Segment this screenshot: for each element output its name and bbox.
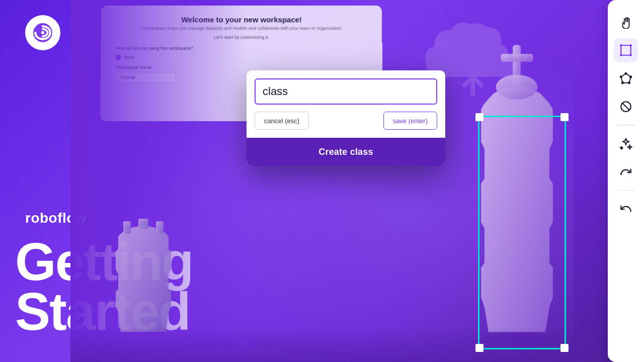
svg-point-1: [41, 31, 44, 34]
class-dialog: cancel (esc) save (enter) Create class: [247, 70, 445, 166]
logo: [25, 15, 60, 50]
chess-rook: [111, 191, 176, 332]
svg-point-10: [620, 44, 622, 46]
svg-rect-2: [123, 221, 131, 234]
svg-point-13: [630, 54, 632, 56]
svg-point-12: [620, 54, 622, 56]
hand-tool-button[interactable]: [614, 10, 638, 34]
chess-king: [475, 30, 558, 347]
svg-marker-14: [621, 73, 631, 82]
svg-point-11: [630, 44, 632, 46]
toolbar-divider-2: [617, 190, 635, 191]
smart-tool-button[interactable]: [614, 132, 638, 156]
svg-rect-4: [156, 221, 164, 234]
redo-tool-button[interactable]: [614, 160, 638, 184]
svg-point-18: [622, 82, 623, 83]
svg-point-16: [630, 76, 631, 77]
svg-rect-7: [501, 54, 533, 62]
save-button[interactable]: save (enter): [383, 112, 437, 130]
create-class-button[interactable]: Create class: [247, 138, 445, 166]
null-tool-button[interactable]: [614, 95, 638, 119]
class-name-input[interactable]: [255, 78, 437, 105]
chess-image: [70, 0, 574, 362]
select-tool-button[interactable]: [614, 38, 638, 62]
svg-rect-3: [138, 219, 148, 229]
polygon-tool-button[interactable]: [614, 66, 638, 90]
svg-point-19: [620, 76, 622, 77]
svg-point-8: [496, 75, 538, 100]
svg-point-15: [625, 73, 626, 74]
toolbar-divider: [617, 125, 635, 126]
svg-line-21: [623, 104, 629, 110]
cancel-button[interactable]: cancel (esc): [255, 112, 309, 130]
dialog-input-area: [247, 70, 445, 112]
right-toolbar: [608, 0, 644, 362]
svg-rect-9: [621, 45, 631, 55]
undo-tool-button[interactable]: [614, 197, 638, 221]
dialog-button-row: cancel (esc) save (enter): [247, 112, 445, 138]
svg-point-17: [628, 82, 630, 83]
chess-board-hint: [70, 327, 574, 362]
